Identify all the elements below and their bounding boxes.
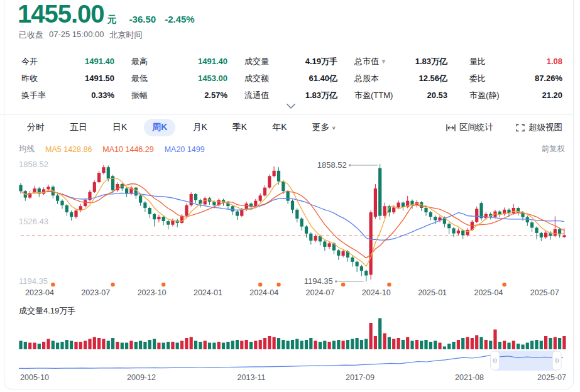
- ma5-line: [21, 178, 564, 266]
- super-view-label: 超级视图: [528, 122, 562, 133]
- price-change: -36.50: [129, 14, 156, 24]
- stat-column: 成交量4.19万手成交额61.40亿流通值1.83万亿: [244, 53, 337, 104]
- ma-legend: 均线 MA5 1428.86 MA10 1446.29 MA20 1499 前复…: [19, 144, 565, 155]
- event-dot[interactable]: [111, 283, 114, 286]
- stat-total-shares: 总股本12.56亿: [354, 70, 447, 87]
- chevron-down-icon: [287, 104, 295, 109]
- tab-5day[interactable]: 五日: [62, 119, 96, 136]
- stat-pe-ttm-value: 20.53: [427, 90, 447, 100]
- minimap-date-label: 2013-11: [238, 373, 266, 382]
- stat-bid-ratio-value: 87.26%: [535, 74, 562, 83]
- tab-weekly-k[interactable]: 周K: [144, 119, 175, 136]
- chevron-down-icon: ∨: [332, 125, 336, 131]
- more-label: 更多: [312, 122, 330, 133]
- stat-volume-label: 成交量: [244, 56, 269, 67]
- super-view-button[interactable]: 超级视图: [516, 122, 562, 133]
- market-status: 已收盘: [19, 30, 43, 41]
- minimap-svg: [15, 350, 572, 371]
- forward-adjust-option[interactable]: 前复权: [542, 144, 566, 155]
- stat-column: 总市值▼1.83万亿总股本12.56亿市盈(TTM)20.53: [354, 53, 447, 104]
- stat-low-value: 1453.00: [198, 74, 227, 83]
- stat-volume: 成交量4.19万手: [244, 53, 337, 70]
- stat-open: 今开1491.40: [21, 53, 114, 70]
- x-axis-label: 2025-04: [474, 288, 503, 297]
- x-axis-label: 2024-04: [249, 288, 278, 297]
- minimap-date-label: 2025-07: [537, 373, 566, 382]
- quote-datetime: 07-25 15:00:00: [49, 30, 104, 41]
- stat-pe-ttm: 市盈(TTM)20.53: [354, 87, 447, 104]
- tab-more[interactable]: 更多∨: [304, 119, 344, 136]
- event-dot[interactable]: [258, 283, 262, 286]
- x-axis-label: 2023-10: [138, 288, 167, 297]
- ma-title: 均线: [19, 144, 35, 155]
- minimap-date-labels: 2005-102009-122013-112017-092021-082025-…: [15, 373, 572, 383]
- stock-detail-page: 1455.00 元 -36.50 -2.45% 已收盘 07-25 15:00:…: [0, 0, 580, 392]
- event-dot[interactable]: [161, 283, 165, 286]
- event-dot[interactable]: [341, 283, 345, 286]
- event-dot[interactable]: [51, 283, 55, 286]
- event-dot[interactable]: [276, 283, 280, 286]
- stat-volume-value: 4.19万手: [305, 56, 337, 67]
- event-dot[interactable]: [502, 283, 506, 286]
- current-price: 1455.00: [18, 0, 104, 28]
- timezone-label: 北京时间: [109, 30, 142, 41]
- stat-high-label: 最高: [131, 56, 148, 67]
- minimap-date-label: 2017-09: [346, 373, 375, 382]
- minimap-date-label: 2009-12: [127, 373, 156, 382]
- minimap-brush-handle[interactable]: [491, 351, 500, 370]
- volume-svg: [15, 317, 572, 350]
- ma5-value: MA5 1428.86: [45, 145, 92, 154]
- divider: [0, 114, 572, 115]
- candlestick-chart[interactable]: 1858.521194.35: [15, 158, 572, 290]
- stat-pe-static-label: 市盈(静): [469, 90, 500, 101]
- collapse-stats-button[interactable]: [284, 101, 298, 111]
- x-axis-label: 2023-04: [25, 288, 54, 297]
- stat-turnover: 成交额61.40亿: [244, 70, 337, 87]
- stat-prev-close-value: 1491.50: [85, 74, 114, 83]
- history-minimap[interactable]: [15, 350, 572, 371]
- range-stats-label: 区间统计: [459, 122, 493, 133]
- tab-quarterly-k[interactable]: 季K: [224, 119, 255, 136]
- x-axis-label: 2025-07: [530, 288, 559, 297]
- stat-float-cap-value: 1.83万亿: [305, 90, 337, 101]
- stat-pe-static-value: 21.20: [542, 90, 562, 100]
- kline-svg: 1858.521194.35: [15, 158, 572, 290]
- tab-time-share[interactable]: 分时: [19, 119, 53, 136]
- stat-market-cap-label: 总市值▼: [354, 56, 386, 67]
- minimap-selected-range[interactable]: [495, 351, 557, 371]
- stat-market-cap: 总市值▼1.83万亿: [354, 53, 447, 70]
- x-axis-label: 2024-10: [362, 288, 391, 297]
- tab-yearly-k[interactable]: 年K: [264, 119, 295, 136]
- stat-volume-ratio-value: 1.08: [547, 57, 562, 66]
- stat-low: 最低1453.00: [131, 70, 227, 87]
- stat-amplitude: 振幅2.57%: [131, 87, 227, 104]
- minimap-price-line: [19, 356, 563, 369]
- stat-bid-ratio: 委比87.26%: [469, 70, 562, 87]
- chart-tools: 区间统计 超级视图: [446, 122, 562, 133]
- stat-turnover-rate: 换手率0.33%: [21, 87, 114, 104]
- stat-amplitude-value: 2.57%: [204, 90, 227, 100]
- stat-high-value: 1491.40: [198, 57, 227, 66]
- range-stats-button[interactable]: 区间统计: [446, 122, 493, 133]
- stat-turnover-rate-label: 换手率: [21, 90, 46, 101]
- x-axis-label: 2024-01: [194, 288, 222, 297]
- stat-market-cap-value: 1.83万亿: [415, 56, 447, 67]
- minimap-brush-handle[interactable]: [552, 351, 561, 370]
- stat-open-label: 今开: [21, 56, 38, 67]
- market-cap-dropdown-icon[interactable]: ▼: [381, 58, 386, 65]
- stat-total-shares-label: 总股本: [354, 73, 379, 84]
- stat-column: 今开1491.40昨收1491.50换手率0.33%: [21, 53, 114, 104]
- ma20-value: MA20 1499: [165, 145, 205, 154]
- stat-open-value: 1491.40: [85, 57, 114, 66]
- stat-prev-close: 昨收1491.50: [21, 70, 114, 87]
- tab-monthly-k[interactable]: 月K: [184, 119, 215, 136]
- stat-bid-ratio-label: 委比: [469, 73, 486, 84]
- stat-pe-ttm-label: 市盈(TTM): [354, 90, 393, 101]
- tab-daily-k[interactable]: 日K: [104, 119, 135, 136]
- stat-column: 最高1491.40最低1453.00振幅2.57%: [131, 53, 227, 104]
- stat-volume-ratio-label: 量比: [469, 56, 486, 67]
- stat-turnover-value: 61.40亿: [309, 73, 337, 84]
- event-dot[interactable]: [387, 283, 391, 286]
- volume-chart[interactable]: [15, 317, 572, 350]
- x-axis-labels: 2023-042023-072023-102024-012024-042024-…: [15, 288, 572, 298]
